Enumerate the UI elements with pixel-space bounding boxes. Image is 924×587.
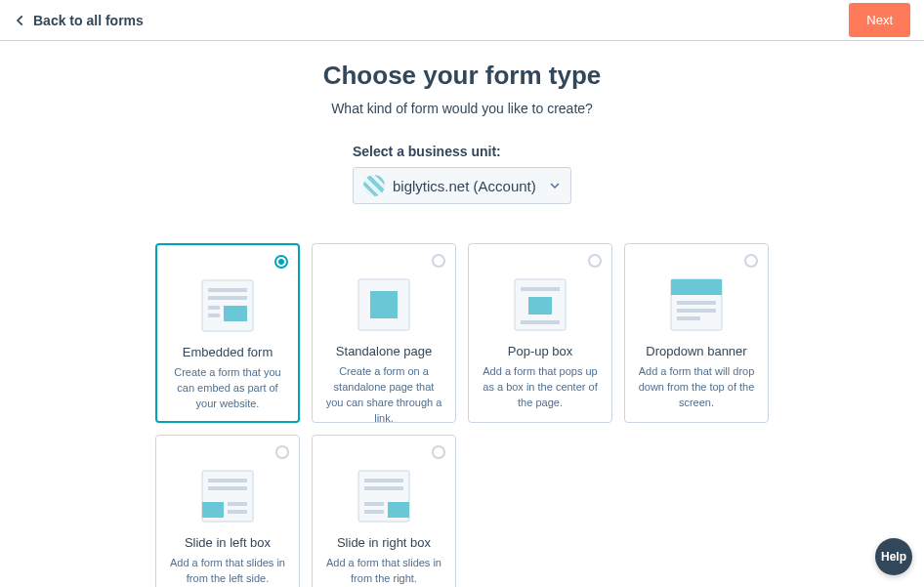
svg-rect-7 <box>370 291 398 318</box>
thumb-standalone-icon <box>357 277 411 332</box>
option-desc: Add a form that slides in from the right… <box>322 556 445 587</box>
svg-rect-18 <box>208 479 247 482</box>
svg-rect-21 <box>228 502 247 506</box>
next-button[interactable]: Next <box>849 3 910 37</box>
option-desc: Add a form that will drop down from the … <box>635 364 758 411</box>
option-title: Pop-up box <box>508 344 573 358</box>
svg-rect-4 <box>208 306 220 310</box>
business-unit-label: Select a business unit: <box>353 144 571 159</box>
svg-rect-14 <box>677 301 716 305</box>
option-desc: Add a form that slides in from the left … <box>166 556 289 587</box>
option-title: Slide in right box <box>337 535 431 550</box>
svg-rect-27 <box>364 502 384 506</box>
svg-rect-26 <box>388 502 409 518</box>
thumb-slide-left-icon <box>200 469 255 524</box>
page-subtitle: What kind of form would you like to crea… <box>0 101 924 116</box>
option-standalone-page[interactable]: Standalone page Create a form on a stand… <box>312 243 456 423</box>
option-popup-box[interactable]: Pop-up box Add a form that pops up as a … <box>468 243 612 423</box>
page-title: Choose your form type <box>0 61 924 91</box>
svg-rect-1 <box>208 288 247 292</box>
business-unit-select[interactable]: biglytics.net (Account) <box>353 167 571 204</box>
radio-icon <box>432 445 445 459</box>
svg-rect-3 <box>224 306 247 321</box>
option-title: Slide in left box <box>185 535 271 550</box>
svg-rect-22 <box>228 510 247 514</box>
thumb-embedded-icon <box>200 278 255 333</box>
help-button[interactable]: Help <box>875 538 912 575</box>
svg-rect-11 <box>528 297 552 314</box>
content-scroll[interactable]: Choose your form type What kind of form … <box>0 41 924 587</box>
topbar: Back to all forms Next <box>0 0 924 41</box>
option-desc: Create a form on a standalone page that … <box>322 364 445 427</box>
thumb-dropdown-icon <box>669 277 724 332</box>
radio-icon <box>432 254 445 268</box>
option-title: Dropdown banner <box>646 344 746 358</box>
back-to-forms-link[interactable]: Back to all forms <box>14 13 144 28</box>
chevron-down-icon <box>549 180 561 191</box>
option-desc: Add a form that pops up as a box in the … <box>479 364 602 411</box>
thumb-slide-right-icon <box>357 469 411 524</box>
option-title: Embedded form <box>183 345 273 359</box>
option-title: Standalone page <box>336 344 432 358</box>
chevron-left-icon <box>14 14 27 27</box>
radio-icon <box>274 255 288 269</box>
svg-rect-13 <box>671 279 722 295</box>
svg-rect-15 <box>677 309 716 313</box>
back-label: Back to all forms <box>33 13 144 28</box>
option-slide-left[interactable]: Slide in left box Add a form that slides… <box>155 435 300 587</box>
option-dropdown-banner[interactable]: Dropdown banner Add a form that will dro… <box>624 243 769 423</box>
option-desc: Create a form that you can embed as part… <box>167 365 288 412</box>
business-unit-avatar-icon <box>363 175 385 196</box>
svg-rect-24 <box>364 479 403 482</box>
option-slide-right[interactable]: Slide in right box Add a form that slide… <box>312 435 456 587</box>
option-embedded-form[interactable]: Embedded form Create a form that you can… <box>155 243 300 423</box>
svg-rect-28 <box>364 510 384 514</box>
svg-rect-10 <box>521 320 560 324</box>
radio-icon <box>588 254 602 268</box>
radio-icon <box>275 445 289 459</box>
svg-rect-25 <box>364 486 403 490</box>
svg-rect-16 <box>677 316 700 320</box>
form-type-grid: Embedded form Create a form that you can… <box>149 243 775 587</box>
thumb-popup-icon <box>513 277 567 332</box>
svg-rect-20 <box>202 502 224 518</box>
svg-rect-9 <box>521 287 560 291</box>
svg-rect-5 <box>208 314 220 317</box>
business-unit-value: biglytics.net (Account) <box>393 178 536 194</box>
svg-rect-2 <box>208 296 247 300</box>
radio-icon <box>744 254 758 268</box>
svg-rect-19 <box>208 486 247 490</box>
